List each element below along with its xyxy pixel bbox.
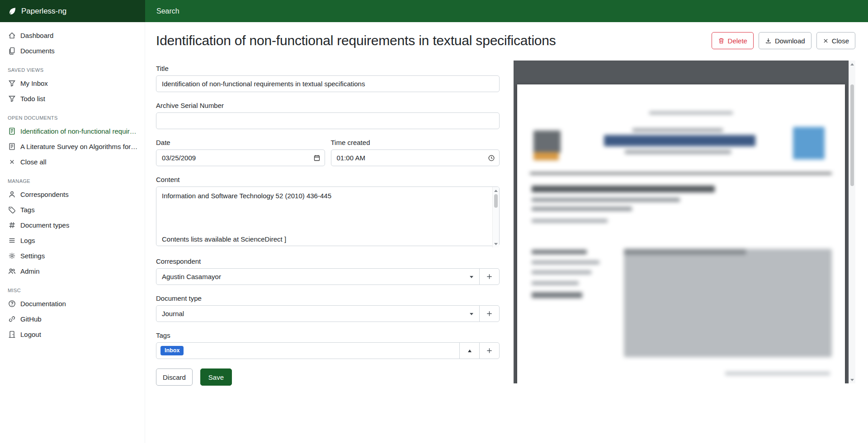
clock-icon[interactable] <box>488 154 495 162</box>
top-navbar: Paperless-ng <box>0 0 868 22</box>
sidebar: Dashboard Documents SAVED VIEWS My Inbox… <box>0 22 145 443</box>
funnel-icon <box>8 79 16 87</box>
sidebar-item-label: Close all <box>20 158 47 166</box>
save-button[interactable]: Save <box>200 368 232 386</box>
scroll-up-arrow-icon[interactable] <box>849 61 855 67</box>
correspondent-field-group: Correspondent Agustin Casamayor <box>156 257 500 285</box>
sidebar-item-label: Settings <box>20 252 45 260</box>
scroll-down-arrow-icon[interactable] <box>493 241 499 247</box>
preview-blur-shape <box>532 250 587 254</box>
brand[interactable]: Paperless-ng <box>0 0 145 22</box>
sidebar-item-label: Tags <box>20 206 35 214</box>
sidebar-open-document-2[interactable]: A Literature Survey on Algorithms for Mu… <box>0 139 145 154</box>
tags-input[interactable]: Inbox <box>156 342 460 359</box>
preview-blurred-content <box>517 84 845 383</box>
close-icon <box>823 38 829 44</box>
file-text-icon <box>8 142 16 150</box>
add-document-type-button[interactable] <box>479 305 500 322</box>
tags-label: Tags <box>156 331 500 339</box>
door-icon <box>8 330 16 338</box>
download-button[interactable]: Download <box>759 32 811 49</box>
close-button[interactable]: Close <box>816 32 855 49</box>
gear-icon <box>8 252 16 260</box>
asn-label: Archive Serial Number <box>156 102 500 109</box>
sidebar-item-label: Todo list <box>20 95 45 103</box>
funnel-icon <box>8 94 16 103</box>
add-correspondent-button[interactable] <box>479 268 500 285</box>
sidebar-item-admin[interactable]: Admin <box>0 263 145 279</box>
document-type-label: Document type <box>156 294 500 302</box>
tag-icon <box>8 205 16 214</box>
global-search-input[interactable] <box>145 0 868 22</box>
sidebar-item-my-inbox[interactable]: My Inbox <box>0 75 145 91</box>
list-icon <box>8 236 16 244</box>
document-actions: Delete Download Close <box>712 32 855 49</box>
preview-blur-shape <box>532 281 579 285</box>
preview-scrollbar-thumb[interactable] <box>850 84 854 186</box>
sidebar-item-dashboard[interactable]: Dashboard <box>0 28 145 43</box>
open-documents-header: OPEN DOCUMENTS <box>0 106 145 123</box>
preview-blur-shape <box>632 128 723 132</box>
sidebar-item-label: Document types <box>20 221 69 229</box>
time-field-group: Time created <box>331 139 500 166</box>
sidebar-item-documents[interactable]: Documents <box>0 43 145 58</box>
dropdown-caret-icon <box>470 276 473 278</box>
time-created-label: Time created <box>331 139 500 146</box>
sidebar-item-logout[interactable]: Logout <box>0 326 145 342</box>
tags-field-group: Tags Inbox <box>156 331 500 359</box>
content-label: Content <box>156 176 500 183</box>
tag-badge-inbox[interactable]: Inbox <box>160 346 184 355</box>
plus-icon <box>486 273 493 280</box>
tags-dropdown-button[interactable] <box>459 342 480 359</box>
content-scrollbar[interactable] <box>492 187 499 247</box>
preview-blur-shape <box>533 131 561 153</box>
sidebar-item-label: GitHub <box>20 315 42 323</box>
delete-button[interactable]: Delete <box>712 32 754 49</box>
document-header: Identification of non-functional require… <box>145 22 868 49</box>
correspondent-select[interactable]: Agustin Casamayor <box>156 268 480 285</box>
content-textarea[interactable]: Information and Software Technology 52 (… <box>156 187 500 246</box>
search-bar <box>145 0 868 22</box>
close-button-label: Close <box>832 37 849 45</box>
sidebar-item-correspondents[interactable]: Correspondents <box>0 187 145 202</box>
sidebar-item-close-all[interactable]: Close all <box>0 154 145 169</box>
title-input[interactable] <box>156 75 500 92</box>
plus-icon <box>486 347 493 354</box>
calendar-icon[interactable] <box>313 154 321 162</box>
date-input[interactable] <box>156 149 325 166</box>
asn-field-group: Archive Serial Number <box>156 102 500 129</box>
time-input[interactable] <box>331 149 500 166</box>
content-field-group: Content Information and Software Technol… <box>156 176 500 248</box>
question-circle-icon <box>8 299 16 308</box>
document-type-select[interactable]: Journal <box>156 305 480 322</box>
sidebar-item-documentation[interactable]: Documentation <box>0 296 145 311</box>
scroll-down-arrow-icon[interactable] <box>849 377 855 383</box>
document-edit-form: Title Archive Serial Number Date <box>156 61 500 386</box>
sidebar-item-logs[interactable]: Logs <box>0 233 145 248</box>
sidebar-item-tags[interactable]: Tags <box>0 202 145 217</box>
sidebar-item-label: Logout <box>20 331 41 338</box>
sidebar-open-document-1[interactable]: Identification of non-functional require… <box>0 123 145 139</box>
misc-header: MISC <box>0 279 145 296</box>
date-field-group: Date <box>156 139 325 166</box>
brand-logo-icon <box>8 7 17 16</box>
preview-scrollbar[interactable] <box>849 61 855 383</box>
sidebar-item-settings[interactable]: Settings <box>0 248 145 263</box>
preview-blur-shape <box>604 135 755 146</box>
page-title: Identification of non-functional require… <box>156 33 556 48</box>
sidebar-item-github[interactable]: GitHub <box>0 311 145 326</box>
sidebar-item-document-types[interactable]: Document types <box>0 217 145 233</box>
correspondent-selected-value: Agustin Casamayor <box>162 273 221 280</box>
person-icon <box>8 190 16 198</box>
sidebar-item-label: Identification of non-functional require… <box>20 127 139 135</box>
brand-name: Paperless-ng <box>21 7 66 16</box>
sidebar-item-label: Dashboard <box>20 32 53 39</box>
add-tag-button[interactable] <box>479 342 500 359</box>
asn-input[interactable] <box>156 112 500 129</box>
close-icon <box>8 158 16 166</box>
sidebar-item-todo-list[interactable]: Todo list <box>0 91 145 106</box>
scroll-up-arrow-icon[interactable] <box>493 187 499 194</box>
discard-button[interactable]: Discard <box>156 368 193 386</box>
caret-up-icon <box>468 350 472 352</box>
content-scrollbar-thumb[interactable] <box>494 194 498 208</box>
